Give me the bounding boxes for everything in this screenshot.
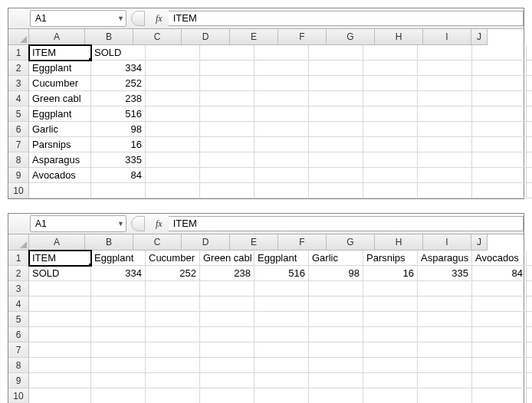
col-header-F[interactable]: F [278,29,327,45]
row-header[interactable]: 6 [8,327,29,342]
cell-H9[interactable] [418,168,472,183]
cell-I9[interactable] [472,168,527,183]
cell-G9[interactable] [363,373,418,388]
cell-J1[interactable] [527,45,532,61]
cell-H5[interactable] [418,106,472,122]
cell-I1[interactable] [472,45,527,61]
cell-A7[interactable]: Parsnips [29,137,91,152]
cell-F5[interactable] [309,312,363,327]
row-header[interactable]: 9 [8,373,29,388]
col-header-B[interactable]: B [85,234,133,251]
cell-C6[interactable] [146,327,200,342]
cell-A9[interactable] [29,373,91,388]
cell-B10[interactable] [91,183,146,198]
cell-J4[interactable] [527,91,532,106]
row-header[interactable]: 2 [8,266,29,281]
col-header-A[interactable]: A [29,234,85,251]
select-all-corner[interactable] [8,29,29,45]
cell-C2[interactable] [146,61,200,76]
cell-H9[interactable] [418,373,472,388]
cell-E9[interactable] [255,373,309,388]
cell-D9[interactable] [200,168,255,183]
cell-J6[interactable] [527,327,532,342]
cell-F8[interactable] [309,358,363,373]
cell-G2[interactable]: 16 [363,266,418,281]
cell-B8[interactable]: 335 [91,152,146,168]
cell-C5[interactable] [146,106,200,122]
cell-B6[interactable]: 98 [91,122,146,137]
row-header[interactable]: 2 [8,61,29,76]
cell-E10[interactable] [255,183,309,198]
col-header-I[interactable]: I [423,234,471,251]
cell-I8[interactable] [472,358,527,373]
fx-button[interactable] [131,216,145,231]
cell-G3[interactable] [363,281,418,297]
cell-G9[interactable] [363,168,418,183]
cell-H10[interactable] [418,183,472,198]
cell-I5[interactable] [472,312,527,327]
cell-G8[interactable] [363,358,418,373]
cell-C7[interactable] [146,342,200,358]
cell-J7[interactable] [527,137,532,152]
cell-E2[interactable]: 516 [255,266,309,281]
cell-H1[interactable] [418,45,472,61]
cell-D4[interactable] [200,297,255,312]
col-header-J[interactable]: J [471,29,488,45]
cell-D5[interactable] [200,106,255,122]
formula-input[interactable]: ITEM [169,216,524,231]
cell-B10[interactable] [91,388,146,403]
cell-E8[interactable] [255,152,309,168]
cell-A3[interactable] [29,281,91,297]
cell-D9[interactable] [200,373,255,388]
cell-C3[interactable] [146,281,200,297]
cell-A5[interactable] [29,312,91,327]
cell-C4[interactable] [146,297,200,312]
cell-J9[interactable] [527,168,532,183]
cell-E1[interactable]: Eggplant [255,251,309,266]
cell-J10[interactable] [527,388,532,403]
cell-E4[interactable] [255,91,309,106]
cell-H1[interactable]: Asparagus [418,251,472,266]
cell-B4[interactable] [91,297,146,312]
cell-D10[interactable] [200,388,255,403]
cell-A2[interactable]: SOLD [29,266,91,281]
cell-F9[interactable] [309,373,363,388]
cell-D6[interactable] [200,327,255,342]
col-header-E[interactable]: E [230,29,278,45]
cell-J2[interactable] [527,266,532,281]
cell-J5[interactable] [527,312,532,327]
col-header-F[interactable]: F [278,234,327,251]
name-box-dropdown-icon[interactable]: ▼ [117,15,124,22]
col-header-D[interactable]: D [182,234,230,251]
cell-E7[interactable] [255,342,309,358]
row-header[interactable]: 7 [8,342,29,358]
cell-D1[interactable] [200,45,255,61]
cell-C10[interactable] [146,388,200,403]
cell-D7[interactable] [200,342,255,358]
cell-A8[interactable]: Asparagus [29,152,91,168]
cell-D10[interactable] [200,183,255,198]
cell-B4[interactable]: 238 [91,91,146,106]
cell-J8[interactable] [527,358,532,373]
cell-J3[interactable] [527,281,532,297]
formula-input[interactable]: ITEM [169,11,524,26]
cell-B3[interactable]: 252 [91,76,146,91]
row-header[interactable]: 8 [8,152,29,168]
cell-F5[interactable] [309,106,363,122]
cell-G2[interactable] [363,61,418,76]
row-header[interactable]: 6 [8,122,29,137]
col-header-H[interactable]: H [375,234,423,251]
cell-I6[interactable] [472,327,527,342]
cell-H8[interactable] [418,358,472,373]
cell-H10[interactable] [418,388,472,403]
row-header[interactable]: 1 [8,251,29,266]
cell-E4[interactable] [255,297,309,312]
cell-F3[interactable] [309,76,363,91]
cell-D3[interactable] [200,76,255,91]
cell-C5[interactable] [146,312,200,327]
row-header[interactable]: 3 [8,281,29,297]
cell-G7[interactable] [363,137,418,152]
cell-J6[interactable] [527,122,532,137]
cell-F3[interactable] [309,281,363,297]
cell-C9[interactable] [146,168,200,183]
